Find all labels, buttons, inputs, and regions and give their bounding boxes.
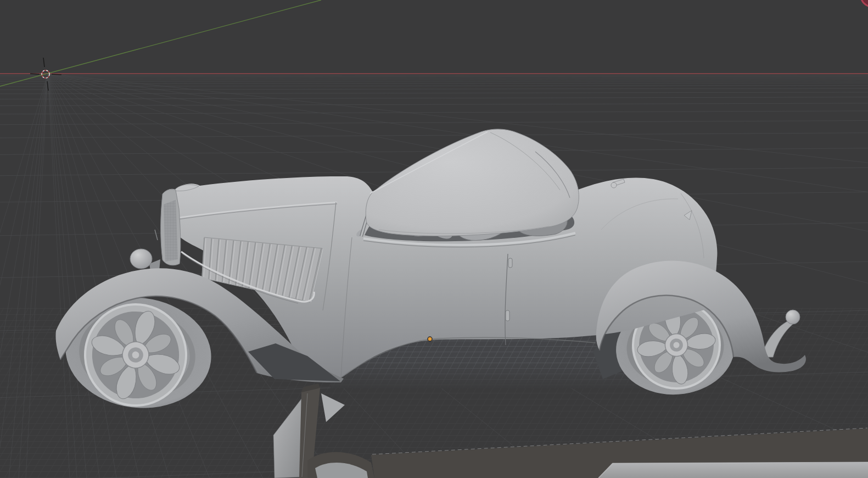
door-hinge-top [508,258,512,268]
taillight-bulb [786,310,800,324]
slab-light-top [598,462,868,478]
grille-mesh [164,200,178,262]
blender-3d-viewport[interactable] [0,0,868,478]
door-hinge-bottom [506,310,509,321]
viewport-canvas[interactable] [0,0,868,478]
object-origin-dot [428,337,432,341]
